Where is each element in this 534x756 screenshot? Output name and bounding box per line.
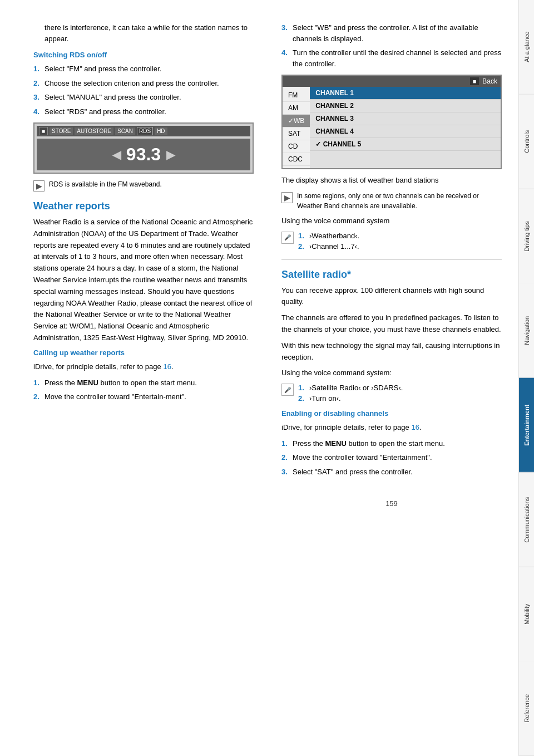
fm-freq-display: ◀ 93.3 ▶ [37, 139, 250, 170]
freq-arrow-left: ◀ [112, 148, 121, 161]
back-icon: ■ [470, 77, 479, 85]
tab-controls[interactable]: Controls [519, 95, 534, 189]
fm-frequency: 93.3 [126, 144, 161, 165]
step-text: Move the controller toward "Entertain-me… [44, 391, 186, 402]
calling-idrive: iDrive, for principle details, refer to … [33, 361, 254, 373]
step-num: 3. [281, 467, 289, 478]
step-text: Press the MENU button to open the start … [44, 377, 197, 389]
step-num: 1. [298, 384, 306, 392]
tab-mobility[interactable]: Mobility [519, 567, 534, 662]
step-num: 2. [33, 78, 41, 89]
step-text: Select "SAT" and press the controller. [293, 467, 413, 478]
step-text: ›Channel 1...7‹. [309, 242, 359, 251]
satellite-voice-heading: Using the voice command system: [281, 367, 502, 379]
list-item: 4. Select "RDS" and press the controller… [33, 106, 254, 117]
channel-label-wb: ✓WB [283, 115, 310, 127]
voice-icon: 🎤 [281, 384, 294, 396]
list-item: 3. Select "MANUAL" and press the control… [33, 92, 254, 103]
back-label: Back [482, 77, 497, 85]
calling-idrive-text: iDrive, for principle details, refer to … [33, 362, 161, 371]
list-item: 2. ›Channel 1...7‹. [298, 242, 359, 251]
calling-steps-list: 1. Press the MENU button to open the sta… [33, 377, 254, 402]
step-text: Select "MANUAL" and press the controller… [44, 92, 181, 103]
satellite-heading: Satellite radio* [281, 269, 502, 281]
tab-entertainment[interactable]: Entertainment [519, 378, 534, 473]
list-item: 2. Choose the selection criterion and pr… [33, 78, 254, 89]
satellite-body1: You can receive approx. 100 different ch… [281, 285, 502, 308]
list-item: 2. ›Turn on‹. [298, 394, 403, 402]
divider [281, 259, 502, 260]
step-text: ›Weatherband‹. [309, 232, 359, 240]
channel-labels: FM AM ✓WB SAT CD CDC [283, 87, 310, 168]
tab-communications[interactable]: Communications [519, 473, 534, 567]
fm-toolbar: ■ STORE AUTOSTORE SCAN RDS HD [37, 126, 250, 136]
list-item: 1. Press the MENU button to open the sta… [33, 377, 254, 389]
step-text: Choose the selection criterion and press… [44, 78, 219, 89]
channel-item: CHANNEL 4 [310, 125, 501, 138]
list-item: 1. ›Satellite Radio‹ or ›SDARS‹. [298, 384, 403, 392]
menu-bold: MENU [325, 439, 347, 448]
menu-bold: MENU [77, 379, 98, 387]
list-item: 3. Select "SAT" and press the controller… [281, 467, 502, 478]
step-num: 1. [281, 438, 289, 449]
channel-item: CHANNEL 1 [310, 87, 501, 100]
step-num: 1. [298, 232, 306, 240]
tab-driving-tips[interactable]: Driving tips [519, 189, 534, 284]
list-item: 1. ›Weatherband‹. [298, 232, 359, 240]
intro-text: there is interference, it can take a whi… [33, 22, 254, 44]
tab-at-a-glance[interactable]: At a glance [519, 0, 534, 95]
step-text: Press the MENU button to open the start … [293, 438, 445, 449]
step-text: Move the controller toward "Entertainmen… [293, 452, 432, 463]
voice-cmd-heading: Using the voice command system [281, 215, 502, 227]
step-num: 4. [33, 106, 41, 117]
voice-steps: 1. ›Weatherband‹. 2. ›Channel 1...7‹. [298, 232, 359, 251]
channel-label: AM [283, 102, 310, 115]
step-text: Select "FM" and press the controller. [44, 63, 161, 75]
step-num: 3. [33, 92, 41, 103]
scan-btn: SCAN [115, 127, 135, 135]
page-wrapper: there is interference, it can take a whi… [0, 0, 534, 756]
enabling-page-link[interactable]: 16 [411, 423, 419, 431]
channel-item: CHANNEL 2 [310, 100, 501, 112]
step-text: Turn the controller until the desired ch… [293, 47, 502, 69]
channel-item: ✓ CHANNEL 5 [310, 138, 501, 151]
step-text: ›Satellite Radio‹ or ›SDARS‹. [309, 384, 403, 392]
weather-heading: Weather reports [33, 200, 254, 212]
store-btn: STORE [50, 127, 73, 135]
satellite-body2: The channels are offered to you in prede… [281, 312, 502, 336]
voice-cmd-box: 🎤 1. ›Weatherband‹. 2. ›Channel 1...7‹. [281, 232, 502, 251]
channel-label: CDC [283, 153, 310, 166]
tab-reference[interactable]: Reference [519, 661, 534, 756]
wb-note-box: ▶ In some regions, only one or two chann… [281, 191, 502, 211]
satellite-voice-steps: 1. ›Satellite Radio‹ or ›SDARS‹. 2. ›Tur… [298, 384, 403, 402]
fm-display: ■ STORE AUTOSTORE SCAN RDS HD ◀ 93.3 ▶ [33, 122, 254, 174]
calling-page-link[interactable]: 16 [163, 362, 171, 371]
right-steps-top: 3. Select "WB" and press the controller.… [281, 22, 502, 69]
note-arrow-icon: ▶ [281, 192, 293, 203]
display-caption: The display shows a list of weather band… [281, 175, 502, 186]
step-num: 1. [33, 63, 41, 75]
enabling-steps-list: 1. Press the MENU button to open the sta… [281, 438, 502, 478]
channel-items: CHANNEL 1 CHANNEL 2 CHANNEL 3 CHANNEL 4 … [310, 87, 501, 168]
step-num: 2. [281, 452, 289, 463]
enabling-idrive-text: iDrive, for principle details, refer to … [281, 423, 409, 431]
satellite-voice-cmd-box: 🎤 1. ›Satellite Radio‹ or ›SDARS‹. 2. ›T… [281, 384, 502, 402]
right-column: 3. Select "WB" and press the controller.… [273, 22, 502, 734]
channel-label: CD [283, 140, 310, 153]
page-number: 159 [281, 499, 502, 508]
satellite-body3: With this new technology the signal may … [281, 340, 502, 364]
tab-navigation[interactable]: Navigation [519, 283, 534, 378]
list-item: 4. Turn the controller until the desired… [281, 47, 502, 69]
step-text: ›Turn on‹. [309, 394, 341, 402]
fm-back-icon: ■ [39, 127, 48, 135]
enabling-heading: Enabling or disabling channels [281, 409, 502, 418]
step-num: 2. [33, 391, 41, 402]
note-arrow-icon: ▶ [33, 180, 44, 192]
autostore-btn: AUTOSTORE [75, 127, 113, 135]
channel-header: ■ Back [283, 76, 501, 87]
weather-body: Weather Radio is a service of the Nation… [33, 217, 254, 344]
step-text: Select "WB" and press the controller. A … [293, 22, 502, 44]
switching-rds-heading: Switching RDS on/off [33, 51, 254, 59]
channel-label: FM [283, 89, 310, 102]
rds-note-box: ▶ RDS is available in the FM waveband. [33, 179, 254, 192]
